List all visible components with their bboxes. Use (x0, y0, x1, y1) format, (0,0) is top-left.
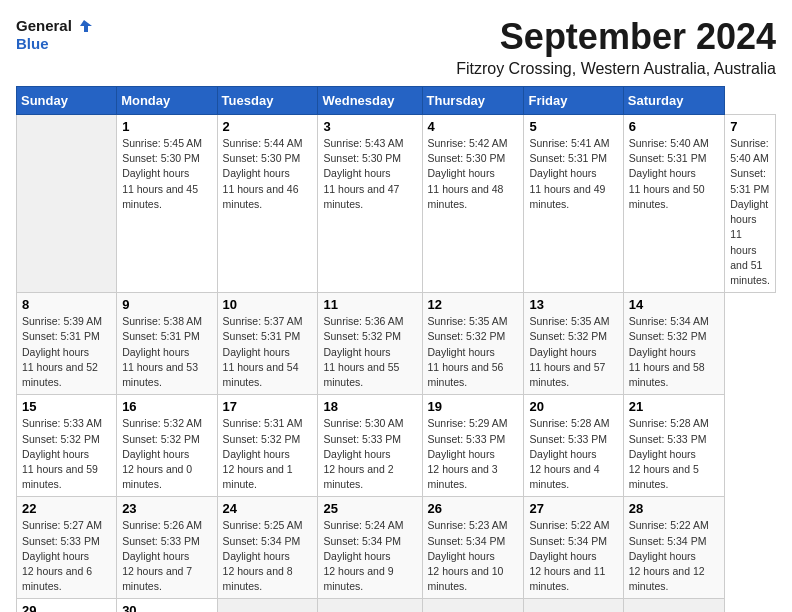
calendar-cell: 29 Sunrise: 5:21 AMSunset: 5:34 PMDaylig… (17, 599, 117, 612)
calendar-header-sunday: Sunday (17, 87, 117, 115)
day-info: Sunrise: 5:40 AMSunset: 5:31 PMDaylight … (629, 137, 709, 210)
day-number: 25 (323, 501, 416, 516)
calendar-cell: 10 Sunrise: 5:37 AMSunset: 5:31 PMDaylig… (217, 293, 318, 395)
calendar-cell: 12 Sunrise: 5:35 AMSunset: 5:32 PMDaylig… (422, 293, 524, 395)
svg-marker-0 (80, 20, 92, 32)
day-number: 2 (223, 119, 313, 134)
day-info: Sunrise: 5:26 AMSunset: 5:33 PMDaylight … (122, 519, 202, 592)
day-number: 10 (223, 297, 313, 312)
calendar-cell: 27 Sunrise: 5:22 AMSunset: 5:34 PMDaylig… (524, 497, 623, 599)
calendar-cell: 1 Sunrise: 5:45 AMSunset: 5:30 PMDayligh… (117, 115, 217, 293)
calendar-cell: 18 Sunrise: 5:30 AMSunset: 5:33 PMDaylig… (318, 395, 422, 497)
day-info: Sunrise: 5:40 AMSunset: 5:31 PMDaylight … (730, 137, 770, 286)
calendar-cell: 23 Sunrise: 5:26 AMSunset: 5:33 PMDaylig… (117, 497, 217, 599)
day-number: 3 (323, 119, 416, 134)
day-number: 8 (22, 297, 111, 312)
day-number: 15 (22, 399, 111, 414)
calendar-week-4: 22 Sunrise: 5:27 AMSunset: 5:33 PMDaylig… (17, 497, 776, 599)
day-info: Sunrise: 5:36 AMSunset: 5:32 PMDaylight … (323, 315, 403, 388)
page-header: General Blue September 2024 Fitzroy Cros… (16, 16, 776, 78)
day-info: Sunrise: 5:22 AMSunset: 5:34 PMDaylight … (529, 519, 609, 592)
day-number: 7 (730, 119, 770, 134)
calendar-week-5: 29 Sunrise: 5:21 AMSunset: 5:34 PMDaylig… (17, 599, 776, 612)
day-number: 4 (428, 119, 519, 134)
day-info: Sunrise: 5:35 AMSunset: 5:32 PMDaylight … (529, 315, 609, 388)
calendar-header-tuesday: Tuesday (217, 87, 318, 115)
calendar-cell: 25 Sunrise: 5:24 AMSunset: 5:34 PMDaylig… (318, 497, 422, 599)
day-number: 22 (22, 501, 111, 516)
calendar-cell: 4 Sunrise: 5:42 AMSunset: 5:30 PMDayligh… (422, 115, 524, 293)
calendar-header-friday: Friday (524, 87, 623, 115)
calendar-cell: 9 Sunrise: 5:38 AMSunset: 5:31 PMDayligh… (117, 293, 217, 395)
day-info: Sunrise: 5:37 AMSunset: 5:31 PMDaylight … (223, 315, 303, 388)
day-number: 30 (122, 603, 211, 612)
day-number: 29 (22, 603, 111, 612)
day-number: 12 (428, 297, 519, 312)
calendar-cell (422, 599, 524, 612)
day-info: Sunrise: 5:32 AMSunset: 5:32 PMDaylight … (122, 417, 202, 490)
calendar-cell (217, 599, 318, 612)
day-info: Sunrise: 5:25 AMSunset: 5:34 PMDaylight … (223, 519, 303, 592)
calendar-cell: 16 Sunrise: 5:32 AMSunset: 5:32 PMDaylig… (117, 395, 217, 497)
day-info: Sunrise: 5:45 AMSunset: 5:30 PMDaylight … (122, 137, 202, 210)
calendar-header-monday: Monday (117, 87, 217, 115)
calendar-cell: 3 Sunrise: 5:43 AMSunset: 5:30 PMDayligh… (318, 115, 422, 293)
calendar-cell: 5 Sunrise: 5:41 AMSunset: 5:31 PMDayligh… (524, 115, 623, 293)
calendar-cell: 28 Sunrise: 5:22 AMSunset: 5:34 PMDaylig… (623, 497, 724, 599)
bird-icon (74, 16, 94, 36)
day-number: 18 (323, 399, 416, 414)
calendar-cell: 26 Sunrise: 5:23 AMSunset: 5:34 PMDaylig… (422, 497, 524, 599)
calendar-cell: 7 Sunrise: 5:40 AMSunset: 5:31 PMDayligh… (725, 115, 776, 293)
calendar-cell: 22 Sunrise: 5:27 AMSunset: 5:33 PMDaylig… (17, 497, 117, 599)
calendar-cell: 17 Sunrise: 5:31 AMSunset: 5:32 PMDaylig… (217, 395, 318, 497)
calendar-cell (17, 115, 117, 293)
day-info: Sunrise: 5:42 AMSunset: 5:30 PMDaylight … (428, 137, 508, 210)
day-info: Sunrise: 5:34 AMSunset: 5:32 PMDaylight … (629, 315, 709, 388)
day-info: Sunrise: 5:28 AMSunset: 5:33 PMDaylight … (529, 417, 609, 490)
calendar-cell: 6 Sunrise: 5:40 AMSunset: 5:31 PMDayligh… (623, 115, 724, 293)
calendar-cell: 11 Sunrise: 5:36 AMSunset: 5:32 PMDaylig… (318, 293, 422, 395)
calendar-cell: 21 Sunrise: 5:28 AMSunset: 5:33 PMDaylig… (623, 395, 724, 497)
logo: General Blue (16, 16, 94, 53)
day-info: Sunrise: 5:35 AMSunset: 5:32 PMDaylight … (428, 315, 508, 388)
day-info: Sunrise: 5:23 AMSunset: 5:34 PMDaylight … (428, 519, 508, 592)
day-number: 6 (629, 119, 719, 134)
calendar-header-thursday: Thursday (422, 87, 524, 115)
day-number: 17 (223, 399, 313, 414)
day-number: 21 (629, 399, 719, 414)
calendar-cell: 24 Sunrise: 5:25 AMSunset: 5:34 PMDaylig… (217, 497, 318, 599)
calendar-cell: 30 Sunrise: 5:20 AMSunset: 5:35 PMDaylig… (117, 599, 217, 612)
calendar-cell (318, 599, 422, 612)
calendar-cell: 14 Sunrise: 5:34 AMSunset: 5:32 PMDaylig… (623, 293, 724, 395)
day-number: 23 (122, 501, 211, 516)
day-number: 9 (122, 297, 211, 312)
day-info: Sunrise: 5:33 AMSunset: 5:32 PMDaylight … (22, 417, 102, 490)
day-number: 11 (323, 297, 416, 312)
day-number: 19 (428, 399, 519, 414)
calendar-week-2: 8 Sunrise: 5:39 AMSunset: 5:31 PMDayligh… (17, 293, 776, 395)
day-info: Sunrise: 5:22 AMSunset: 5:34 PMDaylight … (629, 519, 709, 592)
calendar-cell: 15 Sunrise: 5:33 AMSunset: 5:32 PMDaylig… (17, 395, 117, 497)
day-number: 1 (122, 119, 211, 134)
day-info: Sunrise: 5:31 AMSunset: 5:32 PMDaylight … (223, 417, 303, 490)
day-info: Sunrise: 5:38 AMSunset: 5:31 PMDaylight … (122, 315, 202, 388)
day-info: Sunrise: 5:30 AMSunset: 5:33 PMDaylight … (323, 417, 403, 490)
calendar-week-1: 1 Sunrise: 5:45 AMSunset: 5:30 PMDayligh… (17, 115, 776, 293)
day-number: 5 (529, 119, 617, 134)
day-info: Sunrise: 5:27 AMSunset: 5:33 PMDaylight … (22, 519, 102, 592)
day-info: Sunrise: 5:43 AMSunset: 5:30 PMDaylight … (323, 137, 403, 210)
calendar-cell (524, 599, 623, 612)
day-number: 13 (529, 297, 617, 312)
day-info: Sunrise: 5:41 AMSunset: 5:31 PMDaylight … (529, 137, 609, 210)
calendar-cell: 19 Sunrise: 5:29 AMSunset: 5:33 PMDaylig… (422, 395, 524, 497)
month-title: September 2024 (456, 16, 776, 58)
calendar-header-saturday: Saturday (623, 87, 724, 115)
calendar-week-3: 15 Sunrise: 5:33 AMSunset: 5:32 PMDaylig… (17, 395, 776, 497)
day-number: 14 (629, 297, 719, 312)
calendar-cell (623, 599, 724, 612)
calendar-cell: 2 Sunrise: 5:44 AMSunset: 5:30 PMDayligh… (217, 115, 318, 293)
day-number: 20 (529, 399, 617, 414)
day-info: Sunrise: 5:29 AMSunset: 5:33 PMDaylight … (428, 417, 508, 490)
day-number: 24 (223, 501, 313, 516)
calendar-cell: 8 Sunrise: 5:39 AMSunset: 5:31 PMDayligh… (17, 293, 117, 395)
